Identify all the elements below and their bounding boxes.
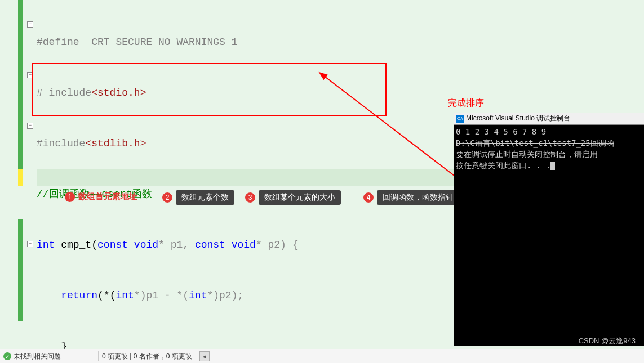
annotation-4: 4 回调函数，函数指针 xyxy=(363,190,459,205)
vs-icon: C:\ xyxy=(456,115,464,123)
fold-icon[interactable]: − xyxy=(27,123,33,129)
annotation-2: 2 数组元素个数 xyxy=(162,190,234,205)
badge-icon: 1 xyxy=(65,192,75,202)
cursor-icon xyxy=(550,162,555,170)
console-titlebar[interactable]: C:\ Microsoft Visual Studio 调试控制台 xyxy=(454,113,644,125)
watermark: CSDN @云逸943 xyxy=(579,336,636,346)
check-icon: ✓ xyxy=(3,352,11,360)
annotation-3: 3 数组某个元素的大小 xyxy=(245,190,341,205)
badge-icon: 4 xyxy=(363,192,374,203)
result-label: 完成排序 xyxy=(448,97,484,109)
console-output: 0 1 2 3 4 5 6 7 8 9 D:\C语言\bit\test_c1\t… xyxy=(454,125,644,172)
gutter: − − − − xyxy=(0,0,37,346)
annotation-1: 1 数组首元素地址 xyxy=(65,191,137,202)
code-editor[interactable]: − − − − #define _CRT_SECURE_NO_WARNINGS … xyxy=(0,0,454,346)
status-changes: 0 项更改 | 0 名作者，0 项更改 xyxy=(102,352,192,361)
status-bar: ✓ 未找到相关问题 0 项更改 | 0 名作者，0 项更改 ◄ xyxy=(0,349,644,363)
debug-console[interactable]: C:\ Microsoft Visual Studio 调试控制台 0 1 2 … xyxy=(454,113,644,346)
console-title-text: Microsoft Visual Studio 调试控制台 xyxy=(466,114,570,123)
fold-icon[interactable]: − xyxy=(27,21,33,28)
code-highlight-box xyxy=(32,63,387,116)
badge-icon: 3 xyxy=(245,192,255,203)
scroll-left-icon[interactable]: ◄ xyxy=(199,351,210,361)
status-issues: 未找到相关问题 xyxy=(14,352,61,361)
badge-icon: 2 xyxy=(162,192,172,203)
code-content: #define _CRT_SECURE_NO_WARNINGS 1 # incl… xyxy=(37,0,384,363)
